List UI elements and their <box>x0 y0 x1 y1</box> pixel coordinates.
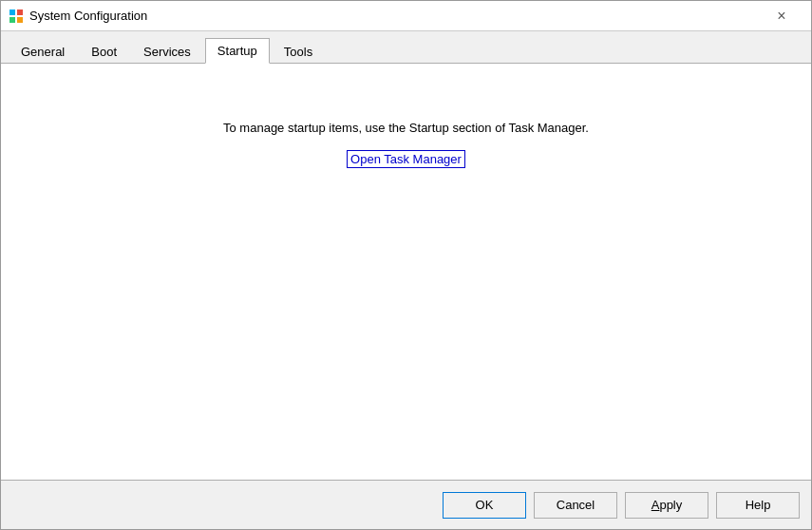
title-bar: System Configuration × <box>1 1 811 31</box>
tab-boot[interactable]: Boot <box>79 39 129 64</box>
startup-message: To manage startup items, use the Startup… <box>223 121 589 135</box>
tab-tools[interactable]: Tools <box>272 39 325 64</box>
apply-label: Apply <box>651 498 683 512</box>
close-button[interactable]: × <box>760 1 803 31</box>
title-bar-text: System Configuration <box>29 9 760 23</box>
svg-rect-2 <box>9 17 15 23</box>
help-button[interactable]: Help <box>716 492 800 519</box>
apply-button[interactable]: Apply <box>625 492 708 519</box>
footer: OK Cancel Apply Help <box>1 480 811 529</box>
ok-button[interactable]: OK <box>443 492 526 519</box>
system-configuration-window: System Configuration × General Boot Serv… <box>0 0 812 530</box>
svg-rect-0 <box>9 9 15 15</box>
tab-services[interactable]: Services <box>131 39 203 64</box>
tab-general[interactable]: General <box>9 39 77 64</box>
content-area: To manage startup items, use the Startup… <box>1 64 811 480</box>
open-task-manager-link[interactable]: Open Task Manager <box>347 150 465 168</box>
window-icon <box>9 9 24 24</box>
svg-rect-3 <box>17 17 23 23</box>
cancel-button[interactable]: Cancel <box>534 492 617 519</box>
tab-startup[interactable]: Startup <box>205 38 270 64</box>
tab-bar: General Boot Services Startup Tools <box>1 31 811 64</box>
svg-rect-1 <box>17 9 23 15</box>
